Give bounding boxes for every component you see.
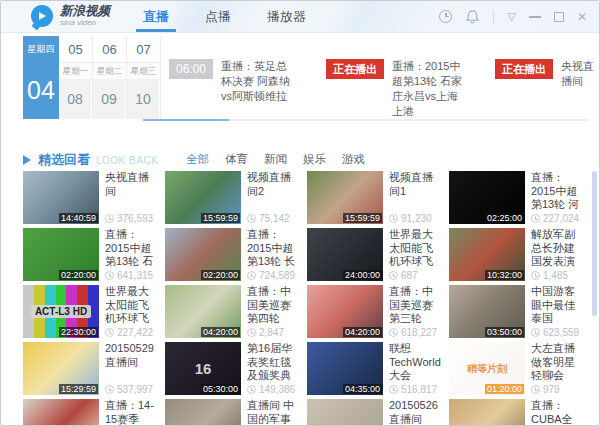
video-thumbnail[interactable]: 03:50:00 [449, 285, 525, 338]
video-title[interactable]: 世界最大太阳能飞机环球飞行 [105, 285, 157, 326]
video-thumbnail[interactable]: 16 05:30:00 [165, 342, 241, 395]
main-tab[interactable]: 直播 [136, 1, 176, 32]
video-title[interactable]: 直播：CUBA全国16强赛 华侨大学vs... [531, 399, 583, 426]
close-icon[interactable]: ✕ [577, 11, 587, 23]
calendar-day-number[interactable]: 09 [93, 80, 126, 119]
video-card[interactable]: 15:59:59 视频直播间2 75,142 [165, 171, 299, 224]
video-thumbnail[interactable]: 14:40:59 [23, 171, 99, 224]
video-card[interactable]: 20150526直播间 [307, 399, 441, 426]
minimize-icon[interactable] [529, 16, 541, 18]
video-thumbnail[interactable]: 02:20:00 [23, 228, 99, 281]
video-card[interactable]: 24:00:00 世界最大太阳能飞机环球飞行 687 [307, 228, 441, 281]
video-card[interactable]: 15:59:59 视频直播间1 91,230 [307, 171, 441, 224]
view-count: 537,997 [105, 384, 157, 395]
schedule-scroll-track[interactable] [143, 119, 589, 121]
video-title[interactable]: 直播：14-15赛季NBA季后赛 火箭vs... [105, 399, 157, 426]
schedule-program-title[interactable]: 重播：2015中超第13轮 石家庄永昌vs上海上港 [392, 59, 467, 119]
video-title[interactable]: 解放军副总长孙建国发表演讲 [531, 228, 583, 269]
video-card[interactable]: 04:20:00 直播：中国美巡赛第三轮 618,227 [307, 285, 441, 338]
video-card[interactable]: 02:25:00 直播：2015中超第13轮 河南建业vs江... 227,02… [449, 171, 583, 224]
category-tab[interactable]: 新闻 [264, 152, 287, 173]
video-thumbnail[interactable] [307, 399, 383, 426]
clock-icon [389, 214, 398, 223]
vertical-scrollbar[interactable] [592, 171, 597, 316]
video-title[interactable]: 直播：中国美巡赛第三轮 [389, 285, 441, 326]
video-title[interactable]: 第16届华表奖红毯及颁奖典礼 [247, 342, 299, 383]
video-card[interactable]: 02:20:00 直播：2015中超第13轮 长春亚泰vs上... 724,58… [165, 228, 299, 281]
video-thumbnail[interactable]: 04:20:00 [307, 285, 383, 338]
video-card[interactable]: 直播：14-15赛季NBA季后赛 火箭vs... [23, 399, 157, 426]
video-card[interactable]: 04:35:00 联想TechWorld大会 516,817 [307, 342, 441, 395]
video-title[interactable]: 中国游客眼中最佳泰国 [531, 285, 583, 326]
video-thumbnail[interactable]: 24:00:00 [307, 228, 383, 281]
calendar-day-number[interactable]: 10 [127, 80, 160, 119]
video-card[interactable]: 稍等片刻 01:20:00 大左直播做客明星轻聊会 979 [449, 342, 583, 395]
category-tab[interactable]: 体育 [225, 152, 248, 173]
video-thumbnail[interactable] [165, 399, 241, 426]
video-thumbnail[interactable]: 15:59:59 [307, 171, 383, 224]
app-logo[interactable]: 新浪视频 sina video [31, 5, 110, 28]
video-card[interactable]: 16 05:30:00 第16届华表奖红毯及颁奖典礼 149,386 [165, 342, 299, 395]
video-title[interactable]: 直播：2015中超第13轮 河南建业vs江... [531, 171, 583, 212]
schedule-program-title[interactable]: 重播：英足总杯决赛 阿森纳vs阿斯顿维拉 [221, 59, 298, 104]
calendar-day-number[interactable]: 07 [127, 36, 160, 63]
schedule-program-title[interactable]: 央视直播间 [561, 59, 599, 89]
video-card[interactable]: 02:20:00 直播：2015中超第13轮 石家庄永昌vs... 641,31… [23, 228, 157, 281]
video-card[interactable]: 14:40:59 央视直播间 376,593 [23, 171, 157, 224]
calendar-day-number[interactable]: 08 [59, 80, 92, 119]
video-thumbnail[interactable]: 02:20:00 [165, 228, 241, 281]
maximize-icon[interactable] [554, 12, 564, 22]
video-card[interactable]: 直播间 中国的军事战略 [165, 399, 299, 426]
video-title[interactable]: 直播：2015中超第13轮 石家庄永昌vs... [105, 228, 157, 269]
video-title[interactable]: 直播：中国美巡赛第四轮 [247, 285, 299, 326]
calendar-day-number[interactable]: 05 [59, 36, 92, 63]
history-clock-icon[interactable] [439, 10, 452, 23]
main-tab[interactable]: 点播 [198, 1, 238, 32]
video-thumbnail[interactable]: 02:25:00 [449, 171, 525, 224]
video-title[interactable]: 直播：2015中超第13轮 长春亚泰vs上... [247, 228, 299, 269]
video-card[interactable]: 03:50:00 中国游客眼中最佳泰国 623,559 [449, 285, 583, 338]
schedule-item[interactable]: 正在播出 重播：2015中超第13轮 石家庄永昌vs上海上港 [326, 59, 467, 119]
duration-badge: 22:30:00 [59, 327, 98, 337]
category-tab[interactable]: 游戏 [342, 152, 365, 173]
video-card[interactable]: 10:32:00 解放军副总长孙建国发表演讲 1,485 [449, 228, 583, 281]
video-thumbnail[interactable]: 10:32:00 [449, 228, 525, 281]
bell-icon[interactable] [465, 9, 480, 24]
video-card[interactable]: 15:29:59 20150529直播间 537,997 [23, 342, 157, 395]
video-thumbnail[interactable]: 15:29:59 [23, 342, 99, 395]
category-tab[interactable]: 全部 [186, 152, 209, 173]
schedule-item[interactable]: 正在播出 央视直播间 [495, 59, 599, 119]
video-title[interactable]: 直播间 中国的军事战略 [247, 399, 299, 426]
video-thumbnail[interactable] [23, 399, 99, 426]
category-tab[interactable]: 娱乐 [303, 152, 326, 173]
fold-up-icon[interactable]: ▽ [507, 11, 515, 22]
video-thumbnail[interactable] [449, 399, 525, 426]
clock-icon [389, 328, 398, 337]
clock-icon [247, 214, 256, 223]
video-thumbnail[interactable]: 04:20:00 [165, 285, 241, 338]
calendar-day-number[interactable]: 06 [93, 36, 126, 63]
video-title[interactable]: 大左直播做客明星轻聊会 [531, 342, 583, 383]
video-title[interactable]: 央视直播间 [105, 171, 157, 198]
calendar-day-column[interactable]: 07 星期三 10 [127, 36, 161, 119]
video-title[interactable]: 世界最大太阳能飞机环球飞行 [389, 228, 441, 269]
video-thumbnail[interactable]: 稍等片刻 01:20:00 [449, 342, 525, 395]
calendar-selected-day[interactable]: 星期四 04 [23, 36, 59, 119]
video-thumbnail[interactable]: ACT-L3 HD 22:30:00 [23, 285, 99, 338]
video-card[interactable]: ACT-L3 HD 22:30:00 世界最大太阳能飞机环球飞行 227,422 [23, 285, 157, 338]
main-tab[interactable]: 播放器 [260, 1, 313, 32]
video-title[interactable]: 20150526直播间 [389, 399, 441, 426]
video-title[interactable]: 视频直播间2 [247, 171, 299, 198]
calendar-day-column[interactable]: 05 星期一 08 [59, 36, 93, 119]
schedule-scroll-indicator[interactable] [143, 119, 229, 121]
video-title[interactable]: 20150529直播间 [105, 342, 157, 369]
video-title[interactable]: 联想TechWorld大会 [389, 342, 441, 383]
video-thumbnail[interactable]: 15:59:59 [165, 171, 241, 224]
video-title[interactable]: 视频直播间1 [389, 171, 441, 198]
video-meta: 中国游客眼中最佳泰国 623,559 [531, 285, 583, 338]
video-card[interactable]: 直播：CUBA全国16强赛 华侨大学vs... [449, 399, 583, 426]
video-thumbnail[interactable]: 04:35:00 [307, 342, 383, 395]
video-card[interactable]: 04:20:00 直播：中国美巡赛第四轮 2,847 [165, 285, 299, 338]
calendar-day-column[interactable]: 06 星期二 09 [93, 36, 127, 119]
schedule-item[interactable]: 06:00 重播：英足总杯决赛 阿森纳vs阿斯顿维拉 [169, 59, 298, 119]
